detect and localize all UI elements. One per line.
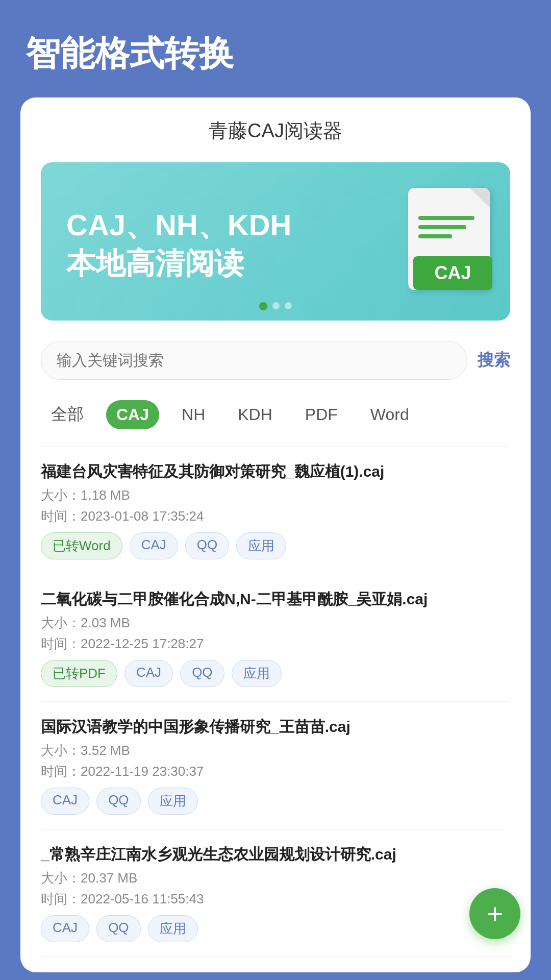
banner-line2: 本地高清阅读	[66, 244, 291, 282]
card-header: 青藤CAJ阅读器	[41, 118, 510, 144]
banner-dots	[259, 302, 292, 310]
file-time: 时间：2022-11-19 23:30:37	[41, 763, 510, 780]
file-name: 福建台风灾害特征及其防御对策研究_魏应植(1).caj	[41, 461, 510, 482]
file-item: 福建台风灾害特征及其防御对策研究_魏应植(1).caj 大小：1.18 MB 时…	[41, 447, 510, 574]
filter-all[interactable]: 全部	[41, 398, 94, 431]
tag-qq[interactable]: QQ	[180, 660, 224, 687]
file-size: 大小：2.03 MB	[41, 614, 510, 632]
filter-word[interactable]: Word	[360, 400, 419, 429]
doc-line-2	[418, 225, 466, 229]
file-item: _常熟辛庄江南水乡观光生态农业园规划设计研究.caj 大小：20.37 MB 时…	[41, 829, 510, 957]
file-tags: CAJ QQ 应用	[41, 915, 510, 942]
file-name: 二氧化碳与二甲胺催化合成N,N-二甲基甲酰胺_吴亚娟.caj	[41, 589, 510, 610]
filter-caj[interactable]: CAJ	[106, 400, 159, 429]
tag-app[interactable]: 应用	[236, 532, 286, 559]
file-size: 大小：3.52 MB	[41, 742, 510, 760]
doc-line-3	[418, 234, 452, 238]
tag-converted-pdf[interactable]: 已转PDF	[41, 660, 117, 687]
file-name: _常熟辛庄江南水乡观光生态农业园规划设计研究.caj	[41, 844, 510, 865]
tag-qq[interactable]: QQ	[96, 788, 140, 815]
fab-add-button[interactable]: +	[469, 888, 520, 939]
banner-line1: CAJ、NH、KDH	[66, 206, 291, 244]
search-row: 搜索	[41, 341, 510, 380]
filter-pdf[interactable]: PDF	[295, 400, 348, 429]
main-card: 青藤CAJ阅读器 CAJ、NH、KDH 本地高清阅读 CAJ 搜索	[20, 97, 531, 972]
dot-1[interactable]	[259, 302, 267, 310]
file-time: 时间：2022-12-25 17:28:27	[41, 635, 510, 653]
doc-line-1	[418, 216, 474, 220]
tag-caj[interactable]: CAJ	[41, 915, 89, 942]
filter-nh[interactable]: NH	[171, 400, 215, 429]
tag-app[interactable]: 应用	[232, 660, 282, 687]
tag-caj[interactable]: CAJ	[124, 660, 173, 687]
file-time: 时间：2022-05-16 11:55:43	[41, 890, 510, 908]
file-tags: 已转Word CAJ QQ 应用	[41, 532, 510, 559]
banner-icon: CAJ	[388, 188, 490, 300]
file-size: 大小：20.37 MB	[41, 869, 510, 887]
caj-label: CAJ	[413, 256, 492, 290]
tag-converted-word[interactable]: 已转Word	[41, 532, 122, 559]
doc-icon: CAJ	[408, 188, 490, 290]
doc-lines	[418, 216, 474, 243]
file-size: 大小：1.18 MB	[41, 486, 510, 504]
search-button[interactable]: 搜索	[478, 349, 510, 372]
tag-app[interactable]: 应用	[148, 788, 198, 815]
file-name: 国际汉语教学的中国形象传播研究_王苗苗.caj	[41, 716, 510, 738]
banner: CAJ、NH、KDH 本地高清阅读 CAJ	[41, 162, 510, 321]
file-item: 国际汉语教学的中国形象传播研究_王苗苗.caj 大小：3.52 MB 时间：20…	[41, 702, 510, 829]
tag-app[interactable]: 应用	[148, 915, 198, 942]
filter-tabs: 全部 CAJ NH KDH PDF Word	[41, 398, 510, 431]
banner-text: CAJ、NH、KDH 本地高清阅读	[66, 206, 291, 283]
filter-kdh[interactable]: KDH	[228, 400, 283, 429]
dot-2[interactable]	[272, 302, 280, 309]
file-list: 福建台风灾害特征及其防御对策研究_魏应植(1).caj 大小：1.18 MB 时…	[41, 447, 510, 957]
file-tags: 已转PDF CAJ QQ 应用	[41, 660, 510, 687]
search-input[interactable]	[41, 341, 467, 380]
tag-qq[interactable]: QQ	[185, 532, 229, 559]
page-title: 智能格式转换	[0, 0, 551, 97]
tag-qq[interactable]: QQ	[96, 915, 140, 942]
dot-3[interactable]	[285, 302, 292, 309]
tag-caj[interactable]: CAJ	[130, 532, 178, 559]
file-item: 二氧化碳与二甲胺催化合成N,N-二甲基甲酰胺_吴亚娟.caj 大小：2.03 M…	[41, 574, 510, 702]
file-tags: CAJ QQ 应用	[41, 788, 510, 815]
tag-caj[interactable]: CAJ	[41, 788, 89, 815]
file-time: 时间：2023-01-08 17:35:24	[41, 507, 510, 525]
